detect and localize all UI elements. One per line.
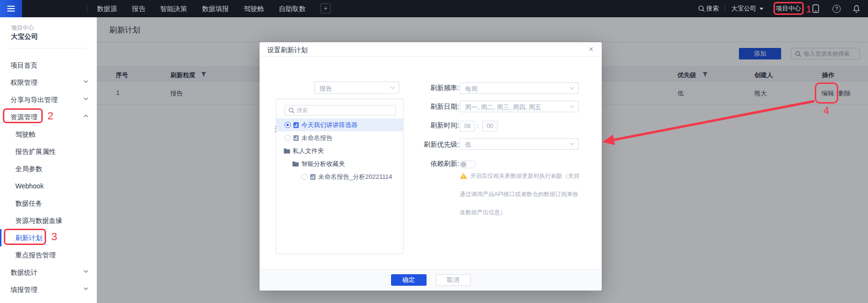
chevron-down-icon <box>83 80 88 83</box>
tree-item-folder[interactable]: 私人文件夹 <box>276 144 403 157</box>
tree-search-input[interactable] <box>297 106 392 115</box>
project-center-button[interactable]: 项目中心 <box>776 0 801 17</box>
minute-input-box[interactable] <box>482 121 498 131</box>
confirm-button[interactable]: 确定 <box>391 274 427 286</box>
close-icon[interactable]: × <box>586 45 596 54</box>
chevron-down-icon <box>570 105 574 108</box>
sidebar-item-global-params[interactable]: 全局参数 <box>0 160 97 177</box>
chevron-down-icon <box>760 8 763 10</box>
chevron-down-icon <box>83 270 88 273</box>
sidebar-item-share-export[interactable]: 分享与导出管理 <box>0 91 97 108</box>
content-tree-panel: 今天我们讲讲筛选器 未命名报告 私人文件夹 智能分析收藏夹 未命名报告_分析20… <box>276 99 404 254</box>
sidebar-item-data-stats[interactable]: 数据统计 <box>0 264 97 281</box>
modal-header: 设置刷新计划 × <box>260 42 602 57</box>
hour-input-box[interactable] <box>460 121 475 131</box>
tree-item-folder[interactable]: 智能分析收藏夹 <box>276 157 403 170</box>
folder-icon <box>292 161 299 167</box>
tree-item-report[interactable]: 今天我们讲讲筛选器 <box>276 118 403 131</box>
tree-item-report[interactable]: 未命名报告_分析20221114 <box>276 170 403 183</box>
radio-icon[interactable] <box>301 174 308 180</box>
nav-item-report[interactable]: 报告 <box>132 0 145 17</box>
sidebar-context-label: 项目中心 <box>11 24 34 32</box>
sidebar-item-cockpit[interactable]: 驾驶舱 <box>0 126 97 143</box>
sidebar-company-name: 大宝公司 <box>11 33 38 41</box>
notification-bell-icon[interactable] <box>853 5 860 13</box>
nav-item-data-entry[interactable]: 数据填报 <box>202 0 229 17</box>
sidebar-item-resource-mgmt[interactable]: 资源管理 <box>0 108 97 126</box>
refresh-date-select[interactable]: 周一, 周二, 周三, 周四, 周五 <box>460 101 579 112</box>
content-picker-select[interactable]: 报告 <box>314 82 399 94</box>
nav-item-smart-decision[interactable]: 智能决策 <box>160 0 187 17</box>
dependency-label: 依赖刷新: <box>387 160 459 168</box>
hamburger-icon <box>7 8 15 9</box>
frequency-label: 刷新频率: <box>387 84 459 93</box>
cancel-button[interactable]: 取消 <box>436 274 471 286</box>
chevron-down-icon <box>570 87 574 90</box>
chevron-up-icon <box>83 115 88 117</box>
refresh-plan-modal: 设置刷新计划 × 选择刷新内容 报告 今天我们讲讲筛选器 未命名报告 <box>260 42 602 291</box>
hour-input[interactable] <box>460 121 475 131</box>
org-switcher[interactable]: 大宝公司 <box>731 0 756 17</box>
report-icon <box>293 122 299 128</box>
radio-selected-icon[interactable] <box>285 122 291 128</box>
search-icon[interactable] <box>698 5 705 12</box>
chevron-down-icon <box>83 97 88 100</box>
chevron-down-icon <box>83 287 88 290</box>
sidebar-item-fill-mgmt[interactable]: 填报管理 <box>0 281 97 298</box>
nav-search-label[interactable]: 搜索 <box>706 0 719 17</box>
search-icon <box>288 107 295 114</box>
report-icon <box>310 174 316 180</box>
refresh-time-label: 刷新时间: <box>387 121 459 130</box>
sidebar-divider <box>10 48 87 48</box>
refresh-date-label: 刷新日期: <box>387 103 459 111</box>
sidebar-item-refresh-plan[interactable]: 刷新计划 <box>0 229 97 246</box>
tree-search-box[interactable] <box>285 105 396 116</box>
priority-label: 刷新优先级: <box>387 140 459 149</box>
sidebar-item-report-ext[interactable]: 报告扩展属性 <box>0 143 97 160</box>
sidebar-item-permission[interactable]: 权限管理 <box>0 74 97 91</box>
nav-divider <box>87 5 87 12</box>
frequency-select[interactable]: 每周 <box>460 82 579 94</box>
report-icon <box>293 135 299 141</box>
sidebar-item-data-task[interactable]: 数据任务 <box>0 195 97 212</box>
modal-footer: 确定 取消 <box>260 269 602 291</box>
device-icon[interactable] <box>812 4 819 13</box>
nav-divider <box>725 5 725 12</box>
modal-title: 设置刷新计划 <box>267 46 308 55</box>
sidebar-item-key-report[interactable]: 重点报告管理 <box>0 246 97 264</box>
help-icon[interactable]: ? <box>832 5 841 13</box>
folder-icon <box>284 148 290 154</box>
top-nav: 数据源 报告 智能决策 数据填报 驾驶舱 自助取数 + 搜索 大宝公司 项目中心… <box>0 0 868 17</box>
radio-icon[interactable] <box>285 135 291 141</box>
sidebar-item-project-home[interactable]: 项目首页 <box>0 57 97 74</box>
sidebar: 项目中心 大宝公司 项目首页 权限管理 分享与导出管理 资源管理 驾驶舱 报告扩… <box>0 17 97 303</box>
sidebar-item-lineage[interactable]: 资源与数据血缘 <box>0 212 97 229</box>
menu-button[interactable] <box>0 0 22 17</box>
time-separator: : <box>477 122 479 129</box>
add-module-button[interactable]: + <box>321 3 331 13</box>
tree-item-report[interactable]: 未命名报告 <box>276 131 403 144</box>
nav-item-self-service[interactable]: 自助取数 <box>279 0 306 17</box>
priority-select[interactable]: 低 <box>460 138 579 150</box>
sidebar-item-webhook[interactable]: Webhook <box>0 177 97 195</box>
dependency-hint: 开启后仅相关表数据更新时执行刷新（支持通过调用产品API接口或者数仓的数据订阅来… <box>460 167 583 221</box>
chevron-down-icon <box>570 142 574 145</box>
minute-input[interactable] <box>483 121 497 131</box>
nav-item-datasource[interactable]: 数据源 <box>97 0 117 17</box>
nav-item-dashboard[interactable]: 驾驶舱 <box>244 0 264 17</box>
